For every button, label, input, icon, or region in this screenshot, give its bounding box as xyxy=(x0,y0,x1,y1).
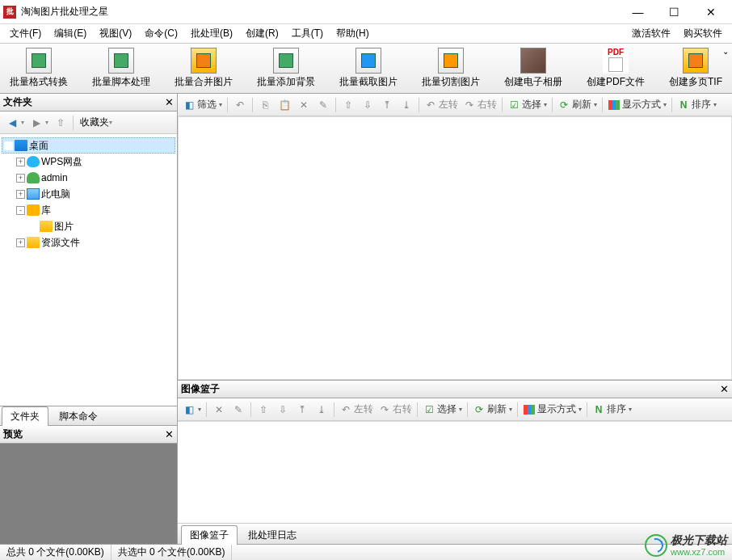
delete-button[interactable]: ✕ xyxy=(295,96,313,114)
filter-button[interactable]: ◧筛选▾ xyxy=(181,96,224,114)
view-mode-label: 显示方式 xyxy=(537,402,576,416)
refresh-icon: ⟳ xyxy=(557,99,570,112)
tab-folder[interactable]: 文件夹 xyxy=(2,406,48,426)
paste-button[interactable]: 📋 xyxy=(276,96,293,114)
delete-icon: ✕ xyxy=(212,403,225,416)
copy-button[interactable]: ⎘ xyxy=(256,96,274,114)
move-bottom-button[interactable]: ⤓ xyxy=(398,96,415,114)
basket-up-button[interactable]: ⇧ xyxy=(255,401,272,419)
nav-back-button[interactable]: ◀ xyxy=(3,114,21,132)
create-tif-button[interactable]: 创建多页TIF xyxy=(666,46,726,91)
tree-row[interactable]: 桌面 xyxy=(2,137,175,154)
basket-down-button[interactable]: ⇩ xyxy=(274,401,292,419)
basket-select-button[interactable]: ☑选择▾ xyxy=(421,401,464,419)
paste-icon: 📋 xyxy=(278,99,291,112)
basket-sort-button[interactable]: N排序▾ xyxy=(591,401,633,419)
favorites-dropdown[interactable]: 收藏夹▾ xyxy=(77,116,117,129)
tool-label: 批量添加背景 xyxy=(257,75,315,89)
tab-script[interactable]: 脚本命令 xyxy=(50,406,107,426)
rotate-left-button[interactable]: ↶左转 xyxy=(423,96,460,114)
sort-label: 排序 xyxy=(607,402,626,416)
filter-icon: ◧ xyxy=(183,403,196,416)
chevron-down-icon[interactable]: ▾ xyxy=(21,119,24,126)
batch-crop-button[interactable]: 批量截取图片 xyxy=(336,46,401,91)
refresh-icon: ⟳ xyxy=(473,403,486,416)
folder-panel-header: 文件夹 ✕ xyxy=(0,94,177,112)
batch-script-button[interactable]: 批量脚本处理 xyxy=(89,46,154,91)
menu-command[interactable]: 命令(C) xyxy=(138,24,184,43)
maximize-button[interactable]: ☐ xyxy=(656,1,692,23)
chevron-down-icon: ▾ xyxy=(713,101,717,108)
sort-icon: N xyxy=(677,99,690,112)
collapse-icon[interactable]: - xyxy=(16,206,25,215)
basket-rename-button[interactable]: ✎ xyxy=(229,401,247,419)
menu-tools[interactable]: 工具(T) xyxy=(285,24,330,43)
move-top-button[interactable]: ⤒ xyxy=(378,96,396,114)
undo-button[interactable]: ↶ xyxy=(231,96,249,114)
expand-icon[interactable]: + xyxy=(16,238,25,247)
batch-format-convert-button[interactable]: 批量格式转换 xyxy=(6,46,71,91)
file-content-area[interactable] xyxy=(178,116,732,380)
batch-merge-button[interactable]: 批量合并图片 xyxy=(171,46,236,91)
toolbar-overflow-icon[interactable]: ⌄ xyxy=(722,47,729,56)
basket-rotate-left-button[interactable]: ↶左转 xyxy=(338,401,375,419)
rotate-right-button[interactable]: ↷右转 xyxy=(461,96,499,114)
tree-row[interactable]: +WPS网盘 xyxy=(2,154,175,170)
menu-view[interactable]: 视图(V) xyxy=(93,24,138,43)
basket-top-button[interactable]: ⤒ xyxy=(293,401,311,419)
tree-row[interactable]: -库 xyxy=(2,202,175,218)
view-mode-button[interactable]: 显示方式▾ xyxy=(606,96,668,114)
menu-batch[interactable]: 批处理(B) xyxy=(184,24,239,43)
move-up-button[interactable]: ⇧ xyxy=(339,96,357,114)
purchase-link[interactable]: 购买软件 xyxy=(677,24,729,43)
basket-delete-button[interactable]: ✕ xyxy=(210,401,228,419)
move-down-button[interactable]: ⇩ xyxy=(359,96,377,114)
tree-item-label: 桌面 xyxy=(29,139,48,153)
tree-row[interactable]: +admin xyxy=(2,170,175,186)
chevron-down-icon: ▾ xyxy=(594,101,597,108)
menu-file[interactable]: 文件(F) xyxy=(3,24,48,43)
nav-up-button[interactable]: ⇧ xyxy=(52,114,69,132)
menu-edit[interactable]: 编辑(E) xyxy=(48,24,93,43)
undo-icon: ↶ xyxy=(233,99,246,112)
basket-title: 图像篮子 xyxy=(181,382,720,396)
expand-icon[interactable]: + xyxy=(16,174,25,183)
folder-panel-close-icon[interactable]: ✕ xyxy=(165,96,174,108)
refresh-label: 刷新 xyxy=(572,98,591,112)
refresh-button[interactable]: ⟳刷新▾ xyxy=(556,96,599,114)
expand-icon[interactable]: + xyxy=(16,190,25,199)
create-album-button[interactable]: 创建电子相册 xyxy=(501,46,566,91)
preview-body xyxy=(0,444,177,544)
menu-create[interactable]: 创建(R) xyxy=(239,24,285,43)
basket-bottom-button[interactable]: ⤓ xyxy=(313,401,330,419)
nav-forward-button[interactable]: ▶ xyxy=(27,114,45,132)
rename-button[interactable]: ✎ xyxy=(314,96,332,114)
batch-background-button[interactable]: 批量添加背景 xyxy=(254,46,318,91)
tab-batch-log[interactable]: 批处理日志 xyxy=(239,525,305,545)
basket-refresh-button[interactable]: ⟳刷新▾ xyxy=(471,401,514,419)
minimize-button[interactable]: — xyxy=(620,1,656,23)
basket-rotate-right-button[interactable]: ↷右转 xyxy=(377,401,414,419)
arrow-bottom-icon: ⤓ xyxy=(315,403,328,416)
tree-row[interactable]: 图片 xyxy=(2,218,175,234)
batch-split-button[interactable]: 批量切割图片 xyxy=(419,46,483,91)
folder-tree[interactable]: 桌面+WPS网盘+admin+此电脑-库图片+资源文件 xyxy=(0,134,177,406)
tree-row[interactable]: +此电脑 xyxy=(2,186,175,202)
create-pdf-button[interactable]: 创建PDF文件 xyxy=(583,46,648,91)
preview-close-icon[interactable]: ✕ xyxy=(165,428,174,440)
sort-button[interactable]: N排序▾ xyxy=(675,96,718,114)
expand-icon[interactable]: + xyxy=(16,158,25,166)
chevron-down-icon[interactable]: ▾ xyxy=(45,119,48,126)
tab-basket[interactable]: 图像篮子 xyxy=(181,525,238,545)
tree-row[interactable]: +资源文件 xyxy=(2,234,175,251)
folder-nav-toolbar: ◀▾ ▶▾ ⇧ 收藏夹▾ xyxy=(0,112,177,134)
basket-content-area[interactable] xyxy=(178,421,732,523)
convert-icon xyxy=(26,48,52,74)
select-button[interactable]: ☑选择▾ xyxy=(506,96,549,114)
close-button[interactable]: ✕ xyxy=(692,1,729,23)
activate-link[interactable]: 激活软件 xyxy=(625,24,677,43)
basket-view-mode-button[interactable]: 显示方式▾ xyxy=(521,401,583,419)
menu-help[interactable]: 帮助(H) xyxy=(330,24,376,43)
basket-close-icon[interactable]: ✕ xyxy=(720,383,729,395)
basket-filter-button[interactable]: ◧▾ xyxy=(181,401,203,419)
